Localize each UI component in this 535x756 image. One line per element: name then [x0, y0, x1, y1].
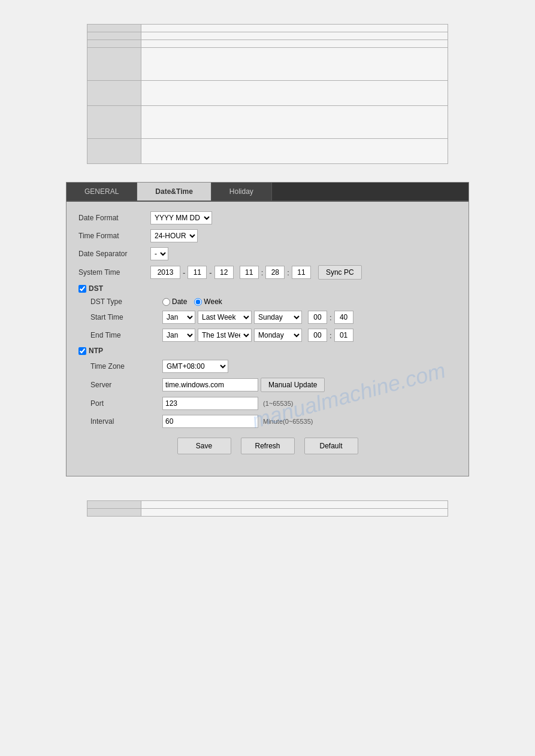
- bottom-table-section: [0, 476, 535, 535]
- interval-row: Interval Minute(0~65535): [90, 415, 457, 428]
- interval-controls: Minute(0~65535): [162, 415, 313, 428]
- date-separator-select[interactable]: - / .: [150, 247, 168, 260]
- time-zone-row: Time Zone GMT+08:00 GMT+00:00 GMT-05:00: [90, 360, 457, 373]
- interval-hint: Minute(0~65535): [263, 418, 313, 425]
- ntp-details: Time Zone GMT+08:00 GMT+00:00 GMT-05:00 …: [78, 360, 457, 428]
- dst-type-date-label[interactable]: Date: [162, 297, 187, 306]
- sep4: :: [287, 268, 289, 277]
- form-content: Date Format YYYY MM DD MM DD YYYY DD MM …: [67, 202, 468, 476]
- tab-datetime[interactable]: Date&Time: [137, 183, 211, 201]
- bottom-buttons: Save Refresh Default: [78, 438, 457, 464]
- dst-type-label: DST Type: [90, 297, 162, 306]
- bottom-table: [87, 500, 448, 517]
- dst-type-date-text: Date: [172, 297, 187, 306]
- date-format-controls: YYYY MM DD MM DD YYYY DD MM YYYY: [150, 211, 212, 224]
- row3-value: [141, 40, 448, 48]
- end-time-week-select[interactable]: Last Week The 1st Week The 2nd Week The …: [198, 329, 252, 342]
- start-sep: :: [330, 313, 332, 322]
- time-format-row: Time Format 24-HOUR 12-HOUR: [78, 229, 457, 242]
- system-time-day[interactable]: [214, 266, 234, 279]
- ntp-label[interactable]: NTP: [89, 347, 103, 355]
- dst-type-week-label[interactable]: Week: [194, 297, 222, 306]
- dst-label[interactable]: DST: [89, 284, 103, 293]
- interval-input[interactable]: [162, 415, 258, 428]
- row7-value: [141, 139, 448, 164]
- sep1: -: [183, 268, 185, 277]
- server-label: Server: [90, 381, 162, 389]
- start-time-day-select[interactable]: SundayMondayTuesday WednesdayThursdayFri…: [254, 311, 302, 324]
- start-time-controls: JanFebMarApr MayJunJulAug SepOctNovDec L…: [162, 311, 353, 324]
- time-format-label: Time Format: [78, 232, 150, 240]
- time-zone-select[interactable]: GMT+08:00 GMT+00:00 GMT-05:00: [162, 360, 228, 373]
- system-time-second[interactable]: [292, 266, 311, 279]
- system-time-inputs: - - : : Sync PC: [150, 265, 362, 280]
- end-time-minute[interactable]: [334, 329, 353, 342]
- bot-row2-label: [87, 509, 141, 517]
- system-time-month[interactable]: [188, 266, 207, 279]
- date-separator-label: Date Separator: [78, 250, 150, 258]
- ntp-checkbox[interactable]: [78, 347, 86, 355]
- date-format-select[interactable]: YYYY MM DD MM DD YYYY DD MM YYYY: [150, 211, 212, 224]
- row1-value: [141, 25, 448, 32]
- refresh-button[interactable]: Refresh: [241, 438, 295, 454]
- tab-bar: GENERAL Date&Time Holiday: [67, 183, 468, 202]
- end-time-label: End Time: [90, 331, 162, 339]
- ntp-section-header: NTP: [78, 347, 457, 355]
- start-time-row: Start Time JanFebMarApr MayJunJulAug Sep…: [90, 311, 457, 324]
- port-label: Port: [90, 399, 162, 408]
- system-time-minute[interactable]: [265, 266, 285, 279]
- row6-value: [141, 106, 448, 139]
- time-zone-controls: GMT+08:00 GMT+00:00 GMT-05:00: [162, 360, 228, 373]
- row4-value: [141, 48, 448, 81]
- save-button[interactable]: Save: [177, 438, 231, 454]
- server-input[interactable]: [162, 378, 258, 391]
- start-time-minute[interactable]: [334, 311, 353, 324]
- dst-type-week-radio[interactable]: [194, 298, 202, 306]
- interval-label: Interval: [90, 417, 162, 426]
- system-time-hour[interactable]: [240, 266, 259, 279]
- sync-pc-button[interactable]: Sync PC: [318, 265, 362, 280]
- end-sep: :: [330, 331, 332, 340]
- port-hint: (1~65535): [263, 400, 293, 407]
- server-row: Server Manual Update: [90, 378, 457, 392]
- port-input[interactable]: [162, 397, 258, 410]
- start-time-label: Start Time: [90, 313, 162, 321]
- date-format-row: Date Format YYYY MM DD MM DD YYYY DD MM …: [78, 211, 457, 224]
- tab-general[interactable]: GENERAL: [67, 183, 137, 201]
- time-zone-label: Time Zone: [90, 362, 162, 371]
- bot-row2-value: [141, 509, 448, 517]
- end-time-hour[interactable]: [308, 329, 327, 342]
- end-time-row: End Time JanFebMarApr MayJunJulAug SepOc…: [90, 329, 457, 342]
- server-controls: Manual Update: [162, 378, 325, 392]
- system-time-year[interactable]: [150, 266, 180, 279]
- row5-value: [141, 81, 448, 106]
- time-format-select[interactable]: 24-HOUR 12-HOUR: [150, 229, 198, 242]
- row4-label: [87, 48, 141, 81]
- dst-type-radio-group: Date Week: [162, 297, 222, 306]
- row3-label: [87, 40, 141, 48]
- row5-label: [87, 81, 141, 106]
- row1-label: [87, 25, 141, 32]
- tab-holiday[interactable]: Holiday: [211, 183, 272, 201]
- port-controls: (1~65535): [162, 397, 293, 410]
- time-format-controls: 24-HOUR 12-HOUR: [150, 229, 198, 242]
- default-button[interactable]: Default: [304, 438, 358, 454]
- sep2: -: [209, 268, 211, 277]
- date-format-label: Date Format: [78, 214, 150, 222]
- bot-row1-label: [87, 501, 141, 509]
- end-time-month-select[interactable]: JanFebMarApr MayJunJulAug SepOctNovDec: [162, 329, 195, 342]
- end-time-day-select[interactable]: Sunday Monday Tuesday WednesdayThursdayF…: [254, 329, 302, 342]
- system-time-row: System Time - - : : Sync PC: [78, 265, 457, 280]
- dst-checkbox[interactable]: [78, 285, 86, 293]
- top-table-section: [0, 0, 535, 182]
- dst-type-row: DST Type Date Week: [90, 297, 457, 306]
- start-time-month-select[interactable]: JanFebMarApr MayJunJulAug SepOctNovDec: [162, 311, 195, 324]
- start-time-week-select[interactable]: Last Week The 1st Week The 2nd Week The …: [198, 311, 252, 324]
- port-row: Port (1~65535): [90, 397, 457, 410]
- dst-type-date-radio[interactable]: [162, 298, 170, 306]
- dst-section-header: DST: [78, 284, 457, 293]
- sep3: :: [261, 268, 264, 277]
- manual-update-button[interactable]: Manual Update: [261, 378, 325, 392]
- start-time-hour[interactable]: [308, 311, 327, 324]
- dst-type-week-text: Week: [204, 297, 222, 306]
